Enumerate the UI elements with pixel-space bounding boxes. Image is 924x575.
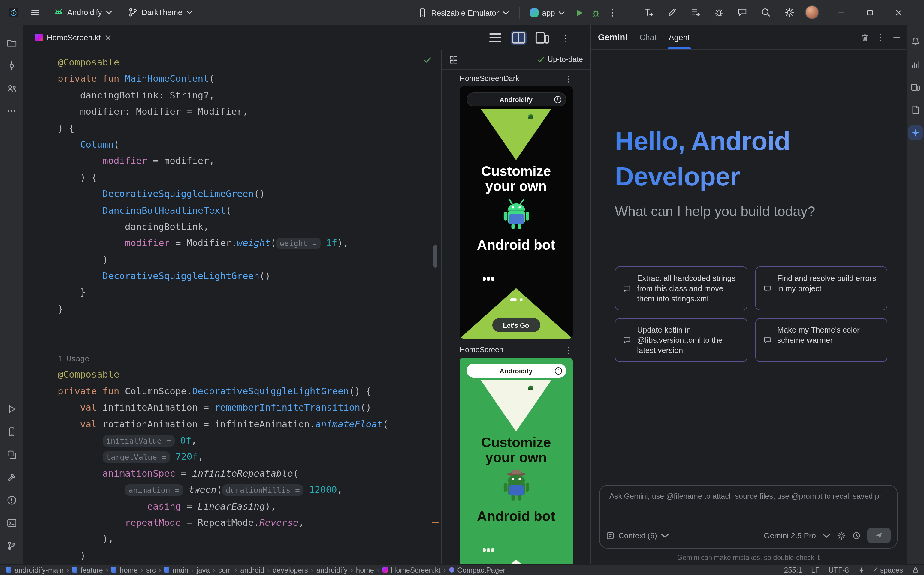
pen-ai-button[interactable] (665, 5, 679, 19)
status-bar: androidify-main›feature›home›src›main›ja… (0, 564, 924, 575)
send-button[interactable] (867, 527, 891, 543)
breadcrumb-item[interactable]: main (164, 566, 188, 574)
indent-indicator[interactable]: 4 spaces (874, 566, 903, 574)
chat-ai-button[interactable] (735, 5, 749, 19)
build-hammer-button[interactable] (3, 469, 20, 486)
info-icon[interactable]: i (555, 367, 561, 374)
editor-scrollbar-thumb[interactable] (434, 245, 437, 268)
suggestion-card-4[interactable]: Make my Theme's color scheme warmer (755, 318, 887, 362)
git-branch-button[interactable] (3, 537, 20, 554)
breadcrumb-item[interactable]: androidify (316, 566, 348, 574)
tab-close-icon[interactable] (105, 35, 111, 41)
lock-icon[interactable] (912, 566, 919, 573)
suggestion-card-2[interactable]: Find and resolve build errors in my proj… (755, 267, 887, 310)
history-clock-icon[interactable] (852, 531, 861, 540)
hide-panel-minus-icon[interactable] (892, 33, 901, 42)
code-line: ), (58, 532, 441, 548)
code-line: modifier: Modifier = Modifier, (58, 104, 441, 120)
breadcrumb-item[interactable]: android (240, 566, 264, 574)
breadcrumb-item[interactable]: com (218, 566, 232, 574)
breadcrumb-item[interactable]: java (197, 566, 210, 574)
project-selector[interactable]: Androidify (49, 5, 116, 20)
commit-button[interactable] (3, 57, 20, 74)
code-line (58, 334, 441, 351)
main-menu-hamburger-icon[interactable] (28, 5, 42, 19)
code-line: targetValue = 720f, (58, 449, 441, 466)
run-configuration-selector[interactable]: app (526, 6, 569, 19)
editor-view-code-icon[interactable] (488, 30, 503, 45)
gemini-prompt-box[interactable]: Context (6) Gemini 2.5 Pro (599, 485, 898, 549)
branch-name: DarkTheme (142, 8, 183, 17)
device-mirror-button[interactable] (908, 80, 922, 94)
more-actions-kebab-icon[interactable]: ⋮ (606, 5, 620, 20)
breadcrumb-item[interactable]: HomeScreen.kt (382, 566, 441, 574)
user-avatar[interactable] (805, 5, 819, 19)
breadcrumb-item[interactable]: src (146, 566, 156, 574)
preview-options-kebab-icon[interactable]: ⋮ (564, 75, 573, 83)
code-line: ) (58, 252, 441, 268)
debug-button[interactable] (589, 5, 603, 20)
preview-options-kebab-icon[interactable]: ⋮ (564, 346, 573, 354)
profiler-chart-button[interactable] (908, 57, 922, 71)
device-manager-button[interactable] (3, 423, 20, 440)
gemini-spark-button[interactable] (908, 125, 922, 140)
todo-doc-button[interactable] (908, 103, 922, 117)
code-editor[interactable]: @Composableprivate fun MainHomeContent( … (24, 50, 441, 564)
prompt-settings-gear-icon[interactable] (837, 531, 846, 540)
editor-view-split-icon[interactable] (511, 30, 526, 45)
list-ai-button[interactable] (688, 5, 703, 19)
device-selector[interactable]: Resizable Emulator (413, 5, 513, 20)
window-close-icon[interactable] (892, 5, 906, 19)
info-icon[interactable]: i (554, 96, 561, 103)
encoding-indicator[interactable]: UTF-8 (829, 566, 849, 574)
editor-tab-homescreen[interactable]: HomeScreen.kt (28, 25, 118, 50)
breadcrumb-item[interactable]: feature (72, 566, 103, 574)
collaboration-button[interactable] (3, 80, 20, 97)
tab-chat[interactable]: Chat (639, 25, 657, 49)
window-minimize-icon[interactable] (834, 5, 848, 19)
caret-position[interactable]: 255:1 (784, 566, 802, 574)
chat-bubble-icon (623, 325, 631, 355)
preview-status-label: Up-to-date (547, 55, 583, 64)
gemini-prompt-input[interactable] (608, 492, 889, 501)
device-mirror-icon (910, 82, 920, 92)
module-icon (111, 567, 117, 573)
window-maximize-icon[interactable] (863, 5, 877, 19)
breadcrumb-item[interactable]: home (111, 566, 138, 574)
line-ending-indicator[interactable]: LF (811, 566, 819, 574)
lets-go-button[interactable]: Let's Go (492, 318, 540, 332)
notifications-bell-button[interactable] (908, 34, 922, 49)
more-horizontal-button[interactable]: ⋯ (3, 103, 20, 119)
code-line: easing = LinearEasing), (58, 499, 441, 515)
settings-gear-icon[interactable] (782, 5, 796, 19)
context-selector[interactable]: Context (6) (619, 531, 657, 540)
editor-view-design-icon[interactable] (534, 30, 550, 45)
suggestion-card-3[interactable]: Update kotlin in @libs.version.toml to t… (615, 318, 747, 362)
code-line: private fun ColumnScope.DecorativeSquigg… (58, 384, 441, 400)
terminal-button[interactable] (3, 515, 20, 531)
vcs-branch-selector[interactable]: DarkTheme (124, 5, 197, 20)
problems-button[interactable] (3, 492, 20, 508)
breadcrumb-item[interactable]: home (356, 566, 374, 574)
breadcrumb-item[interactable]: CompactPager (449, 566, 505, 574)
code-line: animationSpec = infiniteRepeatable( (58, 466, 441, 482)
inspections-ok-check-icon[interactable] (423, 56, 432, 64)
editor-options-kebab-icon[interactable]: ⋮ (558, 30, 573, 45)
preview-gallery-grid-icon[interactable] (449, 55, 458, 64)
model-selector[interactable]: Gemini 2.5 Pro (764, 531, 816, 540)
search-everywhere-icon[interactable] (758, 5, 773, 19)
project-folder-button[interactable] (3, 34, 20, 51)
ai-spark-status-icon[interactable] (858, 566, 865, 573)
breadcrumb-item[interactable]: developers (273, 566, 308, 574)
text-ai-button[interactable] (641, 5, 656, 19)
tab-agent[interactable]: Agent (668, 25, 690, 49)
run-button[interactable] (572, 5, 586, 20)
chat-bubble-icon (623, 274, 631, 304)
panel-options-kebab-icon[interactable]: ⋮ (876, 32, 885, 42)
trash-icon[interactable] (860, 33, 869, 42)
layers-button[interactable] (3, 446, 20, 463)
suggestion-card-1[interactable]: Extract all hardcoded strings from this … (615, 267, 747, 310)
bug-ai-button[interactable] (711, 5, 726, 19)
run-play-button[interactable] (3, 400, 20, 417)
breadcrumb-item[interactable]: androidify-main (6, 566, 64, 574)
